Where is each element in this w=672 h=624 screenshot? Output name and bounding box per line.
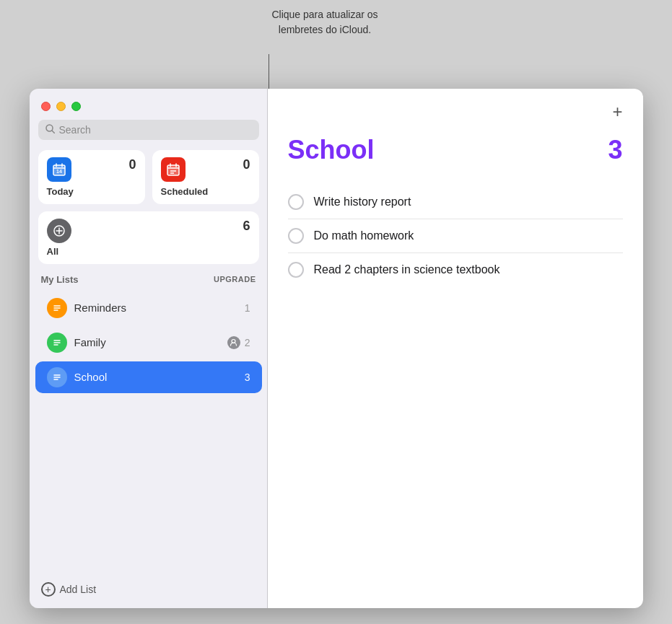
minimize-button[interactable] bbox=[56, 102, 66, 111]
reminders-list-meta: 1 bbox=[245, 302, 250, 314]
search-icon bbox=[45, 124, 55, 136]
main-content: + School 3 Write history report Do math … bbox=[268, 89, 643, 608]
tooltip-line2: lembretes do iCloud. bbox=[279, 24, 371, 35]
family-list-name: Family bbox=[74, 336, 227, 348]
family-shared-icon bbox=[227, 336, 240, 349]
scheduled-label: Scheduled bbox=[161, 186, 209, 197]
reminder-item-3: Read 2 chapters in science textbook bbox=[288, 253, 623, 286]
family-list-count: 2 bbox=[245, 337, 250, 348]
my-lists-title: My Lists bbox=[41, 274, 79, 285]
reminder-text-1: Write history report bbox=[314, 195, 411, 208]
school-list-name: School bbox=[74, 371, 245, 383]
titlebar bbox=[30, 89, 268, 120]
family-list-icon bbox=[47, 333, 67, 353]
search-bar[interactable]: Search bbox=[38, 120, 259, 140]
close-button[interactable] bbox=[41, 102, 51, 111]
app-window: Search 14 0 bbox=[30, 89, 643, 608]
svg-text:14: 14 bbox=[56, 169, 62, 174]
scheduled-icon bbox=[161, 157, 186, 182]
reminder-item-1: Write history report bbox=[288, 185, 623, 219]
scheduled-card[interactable]: 0 Scheduled bbox=[152, 150, 259, 204]
upgrade-button[interactable]: UPGRADE bbox=[214, 275, 256, 284]
my-lists-header: My Lists UPGRADE bbox=[30, 274, 268, 291]
reminder-text-3: Read 2 chapters in science textbook bbox=[314, 263, 500, 276]
all-count: 6 bbox=[243, 219, 250, 234]
maximize-button[interactable] bbox=[71, 102, 81, 111]
sidebar-item-school[interactable]: School 3 bbox=[35, 361, 262, 393]
today-icon: 14 bbox=[47, 157, 71, 182]
reminder-checkbox-3[interactable] bbox=[288, 262, 304, 278]
smart-lists: 14 0 Today bbox=[38, 150, 259, 204]
reminder-checkbox-2[interactable] bbox=[288, 228, 304, 244]
add-reminder-button[interactable]: + bbox=[612, 103, 622, 120]
list-total-count: 3 bbox=[608, 135, 622, 165]
sidebar-item-reminders[interactable]: Reminders 1 bbox=[35, 292, 262, 324]
scheduled-count: 0 bbox=[243, 157, 250, 172]
school-list-meta: 3 bbox=[245, 372, 250, 383]
reminder-item-2: Do math homework bbox=[288, 219, 623, 253]
svg-rect-8 bbox=[167, 165, 179, 175]
reminders-list-count: 1 bbox=[245, 302, 250, 314]
add-list-footer[interactable]: + Add List bbox=[41, 582, 97, 597]
sidebar-item-family[interactable]: Family 2 bbox=[35, 327, 262, 359]
list-title-row: School 3 bbox=[288, 135, 623, 165]
main-header: + bbox=[288, 103, 623, 120]
tooltip: Clique para atualizar os lembretes do iC… bbox=[231, 7, 419, 38]
family-list-meta: 2 bbox=[227, 336, 250, 349]
today-count: 0 bbox=[128, 157, 136, 172]
add-list-label: Add List bbox=[60, 584, 97, 595]
school-list-icon bbox=[47, 367, 67, 387]
all-card[interactable]: 6 All bbox=[38, 211, 259, 264]
all-icon bbox=[47, 219, 71, 243]
sidebar: Search 14 0 bbox=[30, 89, 268, 608]
all-label: All bbox=[47, 246, 250, 257]
svg-line-1 bbox=[52, 131, 55, 133]
reminders-list: Write history report Do math homework Re… bbox=[288, 185, 623, 286]
reminders-list-icon bbox=[47, 298, 67, 318]
add-list-icon: + bbox=[41, 582, 56, 597]
reminder-checkbox-1[interactable] bbox=[288, 194, 304, 210]
school-list-count: 3 bbox=[245, 372, 250, 383]
today-label: Today bbox=[47, 186, 74, 197]
today-card[interactable]: 14 0 Today bbox=[38, 150, 145, 204]
tooltip-line1: Clique para atualizar os bbox=[271, 9, 378, 20]
list-title: School bbox=[288, 135, 375, 165]
search-placeholder: Search bbox=[59, 124, 91, 136]
reminders-list-name: Reminders bbox=[74, 302, 245, 314]
reminder-text-2: Do math homework bbox=[314, 229, 414, 242]
